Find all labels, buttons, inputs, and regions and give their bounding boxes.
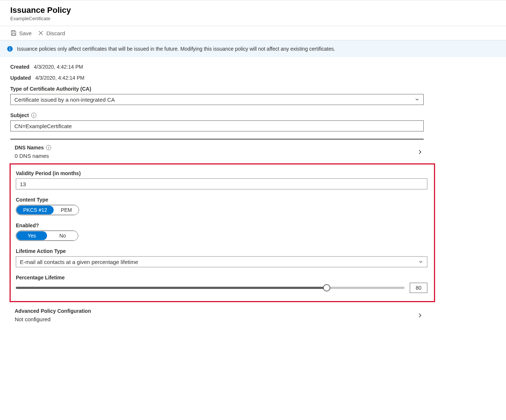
- updated-value: 4/3/2020, 4:42:14 PM: [35, 75, 85, 81]
- dns-names-value: 0 DNS names: [15, 153, 51, 159]
- advanced-policy-row[interactable]: Advanced Policy Configuration Not config…: [10, 307, 424, 324]
- page-subtitle: ExampleCertificate: [10, 16, 496, 21]
- info-bar: Issuance policies only affect certificat…: [0, 40, 506, 57]
- lifetime-action-label: Lifetime Action Type: [16, 248, 429, 254]
- updated-label: Updated: [10, 75, 31, 81]
- slider-thumb[interactable]: [323, 284, 330, 292]
- subject-value: CN=ExampleCertificate: [14, 123, 72, 129]
- content-type-toggle: PKCS #12 PEM: [16, 205, 79, 215]
- lifetime-action-select[interactable]: E-mail all contacts at a given percentag…: [16, 256, 427, 267]
- info-text: Issuance policies only affect certificat…: [17, 46, 335, 52]
- advanced-policy-value: Not configured: [15, 316, 91, 322]
- subject-input[interactable]: CN=ExampleCertificate: [10, 120, 424, 131]
- updated-row: Updated 4/3/2020, 4:42:14 PM: [10, 75, 496, 81]
- enabled-no[interactable]: No: [47, 231, 78, 240]
- enabled-label: Enabled?: [16, 222, 429, 228]
- dns-names-label: DNS Names: [15, 145, 44, 151]
- discard-label: Discard: [46, 30, 65, 36]
- lifetime-action-value: E-mail all contacts at a given percentag…: [20, 259, 138, 265]
- svg-rect-1: [12, 33, 15, 35]
- page-header: Issuance Policy ExampleCertificate: [0, 0, 506, 26]
- percentage-label: Percentage Lifetime: [16, 275, 429, 280]
- content-type-pem[interactable]: PEM: [54, 205, 78, 215]
- enabled-toggle: Yes No: [16, 231, 78, 241]
- divider: [10, 139, 424, 140]
- enabled-yes[interactable]: Yes: [17, 231, 47, 240]
- ca-type-select[interactable]: Certificate issued by a non-integrated C…: [10, 94, 424, 105]
- svg-rect-3: [10, 48, 10, 51]
- chevron-right-icon: [416, 312, 424, 319]
- info-circle-icon[interactable]: i: [46, 145, 51, 150]
- content-type-pkcs12[interactable]: PKCS #12: [17, 206, 54, 214]
- highlighted-section: Validity Period (in months) 13 Content T…: [10, 163, 435, 302]
- info-circle-icon[interactable]: i: [31, 113, 36, 118]
- advanced-policy-label: Advanced Policy Configuration: [15, 308, 91, 314]
- save-icon: [10, 30, 17, 36]
- validity-input[interactable]: 13: [16, 178, 427, 189]
- ca-type-value: Certificate issued by a non-integrated C…: [14, 97, 115, 103]
- created-label: Created: [10, 64, 29, 70]
- dns-names-row[interactable]: DNS Names i 0 DNS names: [10, 144, 424, 160]
- save-button[interactable]: Save: [10, 30, 32, 36]
- validity-label: Validity Period (in months): [16, 170, 429, 176]
- toolbar: Save Discard: [0, 26, 506, 40]
- page-title: Issuance Policy: [10, 6, 496, 15]
- content-type-label: Content Type: [16, 197, 429, 203]
- discard-button[interactable]: Discard: [37, 30, 65, 36]
- close-icon: [37, 30, 44, 36]
- chevron-down-icon: [415, 97, 420, 102]
- svg-rect-4: [10, 47, 10, 48]
- save-label: Save: [19, 30, 32, 36]
- ca-type-label: Type of Certificate Authority (CA): [10, 86, 496, 92]
- percentage-slider[interactable]: [16, 287, 405, 289]
- created-row: Created 4/3/2020, 4:42:14 PM: [10, 64, 496, 70]
- validity-value: 13: [20, 181, 26, 187]
- info-icon: [7, 46, 13, 52]
- chevron-down-icon: [418, 259, 423, 264]
- percentage-value[interactable]: 80: [410, 283, 427, 293]
- svg-rect-0: [12, 30, 14, 32]
- created-value: 4/3/2020, 4:42:14 PM: [34, 64, 83, 70]
- subject-label: Subject i: [10, 112, 496, 118]
- chevron-right-icon: [416, 148, 424, 156]
